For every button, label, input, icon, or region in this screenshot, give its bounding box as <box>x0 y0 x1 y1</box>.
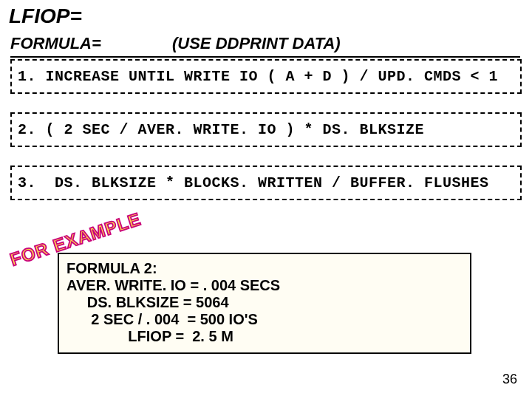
example-title: FORMULA 2: <box>66 260 463 277</box>
formula-2: 2. ( 2 SEC / AVER. WRITE. IO ) * DS. BLK… <box>10 112 522 147</box>
formula-label: FORMULA= <box>10 34 101 53</box>
example-line: AVER. WRITE. IO = . 004 SECS <box>66 277 463 294</box>
page-number: 36 <box>502 372 517 387</box>
formula-1: 1. INCREASE UNTIL WRITE IO ( A + D ) / U… <box>10 59 522 94</box>
formula-3: 3. DS. BLKSIZE * BLOCKS. WRITTEN / BUFFE… <box>10 166 522 200</box>
subheader-row: FORMULA= (USE DDPRINT DATA) <box>10 34 520 58</box>
slide-page: LFIOP= FORMULA= (USE DDPRINT DATA) 1. IN… <box>0 0 532 399</box>
example-box: FORMULA 2: AVER. WRITE. IO = . 004 SECS … <box>58 253 471 354</box>
example-line: DS. BLKSIZE = 5064 <box>66 294 463 311</box>
formula-note: (USE DDPRINT DATA) <box>172 34 341 53</box>
example-line: LFIOP = 2. 5 M <box>66 328 463 345</box>
page-title: LFIOP= <box>9 4 82 28</box>
example-line: 2 SEC / . 004 = 500 IO'S <box>66 311 463 328</box>
